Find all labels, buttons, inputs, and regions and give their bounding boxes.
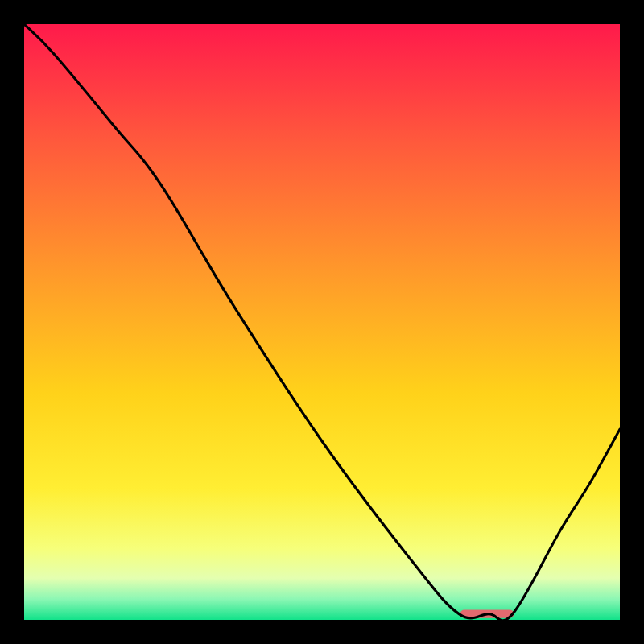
bottleneck-chart <box>24 24 620 620</box>
chart-background <box>24 24 620 620</box>
chart-frame: TheBottleneck.com <box>24 24 620 620</box>
